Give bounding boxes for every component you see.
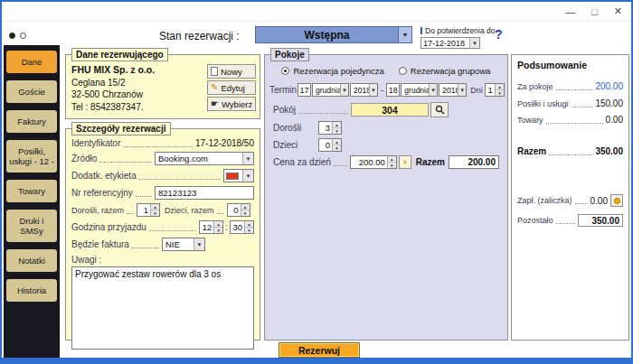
group-reservation-option[interactable]: Rezerwacja grupowa (399, 66, 491, 76)
chevron-down-icon: ▼ (398, 27, 411, 42)
term-label: Termin (269, 85, 297, 95)
spinner-down-icon[interactable]: ▼ (241, 210, 250, 216)
summary-panel: Podsumowanie Za pokoje 200.00 Posiłki i … (511, 54, 629, 341)
spinner-up-icon[interactable]: ▲ (214, 221, 222, 228)
sidebar-item-notatki[interactable]: Notatki (6, 249, 57, 272)
summary-goods-label: Towary (517, 116, 543, 125)
status-value: Wstępna (256, 27, 398, 42)
chevron-down-icon: ▼ (242, 153, 253, 164)
sidebar-item-towary[interactable]: Towary (6, 180, 57, 202)
reference-row: Nr referencyjny (71, 186, 254, 200)
end-month-select[interactable]: grudnia ▼ (401, 83, 438, 97)
extra-label-row: Dodatk. etykieta ▼ (71, 169, 254, 182)
spinner-down-icon[interactable]: ▼ (496, 90, 504, 96)
spinner-up-icon[interactable]: ▲ (496, 84, 504, 90)
single-reservation-option[interactable]: Rezerwacja pojedyncza (281, 66, 383, 76)
radio-unselected-icon[interactable] (399, 67, 407, 75)
spinner-down-icon[interactable]: ▼ (388, 163, 396, 168)
sidebar-item-historia[interactable]: Historia (6, 279, 57, 302)
radio-selected-icon[interactable] (281, 67, 289, 75)
booker-panel: Dane rezerwującego FHU MIX Sp. z o.o. Ce… (65, 54, 260, 119)
sidebar-item-druki-smsy[interactable]: Druki i SMSy (6, 210, 57, 242)
choose-button[interactable]: ☛ Wybierz (207, 97, 256, 111)
indicator-radio-selected[interactable] (9, 33, 15, 39)
start-year-value: 2018 (351, 84, 369, 96)
chevron-down-icon: ▼ (194, 238, 204, 250)
start-day-field[interactable]: 17 (298, 83, 311, 97)
room-children-label: Dzieci (273, 140, 318, 150)
edit-button[interactable]: ✎ Edytuj (207, 80, 256, 95)
reservation-window: — □ ✕ Stan rezerwacji : Wstępna ▼ Do pot… (0, 0, 633, 364)
booker-buttons: Nowy ✎ Edytuj ☛ Wybierz (207, 64, 256, 113)
days-stepper[interactable]: 1 ▲▼ (485, 83, 505, 97)
view-indicators (9, 33, 26, 39)
color-swatch-wrap (224, 170, 242, 182)
indicator-radio-unselected[interactable] (20, 33, 26, 39)
sidebar-item-goscie[interactable]: Goście (6, 80, 57, 103)
notes-textarea[interactable]: Przygować zestaw rowerów dla 3 os (71, 266, 254, 350)
price-options-button[interactable]: ≡ (399, 155, 411, 169)
room-number-field[interactable]: 304 (351, 103, 429, 117)
calendar-icon[interactable] (420, 27, 422, 34)
spinner-up-icon[interactable]: ▲ (333, 122, 341, 128)
children-total-stepper[interactable]: 0 ▲▼ (227, 203, 250, 217)
spinner-down-icon[interactable]: ▼ (333, 128, 341, 134)
sidebar-item-dane[interactable]: Dane (6, 51, 57, 73)
price-stepper[interactable]: 200.00 ▲▼ (350, 155, 397, 169)
dotted-leader (217, 207, 224, 214)
spinner-up-icon[interactable]: ▲ (245, 221, 253, 228)
status-select[interactable]: Wstępna ▼ (255, 26, 412, 43)
status-label: Stan rezerwacji : (159, 30, 240, 42)
adults-total-stepper[interactable]: 1 ▲▼ (137, 203, 160, 217)
maximize-icon[interactable]: □ (591, 6, 598, 17)
start-year-select[interactable]: 2018 ▼ (350, 83, 378, 97)
confirm-date-select[interactable]: 17-12-2018 ▼ (420, 37, 480, 49)
chevron-down-icon: ▼ (340, 84, 348, 96)
group-reservation-label: Rezerwacja grupowa (411, 66, 491, 76)
dotted-leader (149, 224, 196, 231)
arrival-hour-stepper[interactable]: 12 ▲▼ (199, 220, 223, 234)
source-select[interactable]: Booking.com ▼ (155, 152, 254, 165)
spinner-down-icon[interactable]: ▼ (214, 228, 222, 233)
sidebar-item-faktury[interactable]: Faktury (6, 110, 57, 133)
spinner-up-icon[interactable]: ▲ (388, 156, 396, 163)
arrival-hour-value: 12 (200, 221, 213, 233)
arrival-row: Godzina przyjazdu 12 ▲▼ : 30 ▲▼ (71, 220, 254, 234)
arrival-minute-stepper[interactable]: 30 ▲▼ (230, 220, 254, 234)
confirm-until-group: Do potwierdzenia do 17-12-2018 ▼ (420, 26, 493, 49)
summary-paid-row: Zapł. (zaliczka) 0.00 (517, 194, 623, 207)
arrival-colon: : (225, 222, 228, 232)
help-icon[interactable]: ? (495, 27, 503, 42)
new-button[interactable]: Nowy (207, 64, 256, 79)
spinner-down-icon[interactable]: ▼ (333, 145, 341, 151)
booker-address-1: Ceglana 15/2 (71, 77, 207, 89)
invoice-select[interactable]: NIE ▼ (162, 238, 205, 251)
minimize-icon[interactable]: — (565, 6, 575, 17)
arrival-label: Godzina przyjazdu (71, 222, 146, 232)
room-search-button[interactable] (430, 102, 449, 117)
booker-name: FHU MIX Sp. z o.o. (71, 64, 207, 77)
end-year-select[interactable]: 2018 ▼ (439, 83, 467, 97)
end-day-field[interactable]: 18 (386, 83, 400, 97)
sidebar-item-posilki-uslugi[interactable]: Posiłki, usługi - 12 - (6, 140, 57, 173)
rooms-panel-title: Pokoje (270, 48, 309, 61)
room-children-value: 0 (319, 139, 332, 151)
color-label-select[interactable]: ▼ (223, 169, 254, 182)
spinner-up-icon[interactable]: ▲ (241, 204, 250, 210)
close-icon[interactable]: ✕ (614, 5, 622, 17)
new-button-label: Nowy (221, 67, 242, 77)
deposit-button[interactable] (610, 194, 623, 207)
spinner-down-icon[interactable]: ▼ (151, 210, 159, 216)
room-children-stepper[interactable]: 0 ▲▼ (318, 138, 342, 152)
spinner-up-icon[interactable]: ▲ (151, 204, 159, 210)
spinner-down-icon[interactable]: ▼ (245, 228, 253, 233)
room-adults-stepper[interactable]: 3 ▲▼ (318, 121, 342, 135)
reserve-button[interactable]: Rezerwuj (279, 342, 360, 358)
reference-input[interactable] (155, 186, 254, 200)
spinner-up-icon[interactable]: ▲ (333, 139, 341, 145)
dotted-leader (546, 117, 603, 124)
source-row: Źródło Booking.com ▼ (71, 152, 254, 165)
start-month-select[interactable]: grudnia ▼ (312, 83, 349, 97)
range-separator: - (381, 85, 383, 95)
invoice-row: Będzie faktura NIE ▼ (71, 238, 254, 251)
